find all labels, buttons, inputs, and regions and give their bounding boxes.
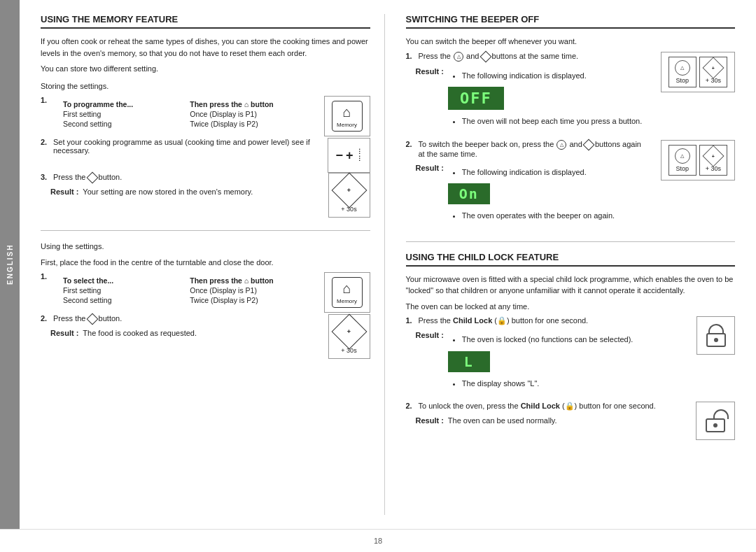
step1b-table: To select the... Then press the ⌂ button… xyxy=(63,276,310,304)
child-step1-row: 1. Press the Child Lock (🔒) button for o… xyxy=(406,316,736,396)
child-step2: 2. To unlock the oven, press the Child L… xyxy=(406,402,682,411)
step3: 3. Press the button. xyxy=(41,173,314,182)
stop-30s-box-1: △ Stop + + 30s xyxy=(661,52,735,92)
memory-btn-symbol-2: ⌂ xyxy=(342,281,351,297)
step2-content: Set your cooking programme as usual (coo… xyxy=(53,138,314,155)
step1-col1-header: To programme the... xyxy=(63,100,183,108)
diamond-btn-inner-2: + xyxy=(347,328,351,336)
lock-closed xyxy=(706,324,726,347)
beeper-bullet-3: The following indication is displayed. xyxy=(462,167,615,178)
child-bullet-2: The display shows "L". xyxy=(462,378,634,390)
child-lock-bold-2: Child Lock xyxy=(521,402,560,410)
plus30s-box-2: + + 30s xyxy=(328,314,370,359)
child-p2: The oven can be locked at any time. xyxy=(406,301,736,313)
stop-circle-symbol: △ xyxy=(680,65,684,71)
beeper-step2-row: 2. To switch the beeper back on, press t… xyxy=(406,140,736,229)
step1-row2-col2: Twice (Display is P2) xyxy=(190,120,309,128)
plus30s-btn-2: + + 30s xyxy=(337,319,362,354)
plus-minus-row: − + ⋮ ⋮ xyxy=(335,148,362,163)
divider-1 xyxy=(41,230,370,231)
stop-label-2: Stop xyxy=(676,165,689,172)
step1-row1-col1: First setting xyxy=(63,110,183,118)
child-bullet-list-2: The display shows "L". xyxy=(462,378,634,390)
step2-number: 2. xyxy=(41,138,50,146)
stop-circle-symbol-2: △ xyxy=(680,153,684,159)
child-result-label: Result : xyxy=(416,331,444,339)
memory-feature-title: USING THE MEMORY FEATURE xyxy=(41,14,370,29)
beeper-display-on: On xyxy=(448,183,490,204)
stop-button-1: △ Stop xyxy=(668,57,696,87)
step3-text: Press the button. xyxy=(53,173,122,181)
child-lock-bold-1: Child Lock xyxy=(453,316,492,325)
result-label-1: Result : xyxy=(50,187,78,196)
child-result2-label: Result : xyxy=(416,416,444,425)
using-label: Using the settings. xyxy=(41,241,370,253)
stop-btn-circle-2: △ xyxy=(675,148,690,164)
child-bullet-list-1: The oven is locked (no functions can be … xyxy=(462,334,634,346)
30s-icon-inline xyxy=(479,50,491,62)
step2-text: Set your cooking programme as usual (coo… xyxy=(53,138,310,155)
memory-btn-label-2: Memory xyxy=(337,298,357,304)
plus-minus-box: − + ⋮ ⋮ xyxy=(328,138,370,173)
beeper-result-row: Result : The following indication is dis… xyxy=(416,67,647,130)
step1: 1. To programme the... Then press the ⌂ … xyxy=(41,96,310,132)
result-label-2: Result : xyxy=(50,329,78,337)
stop-icon-inline-2: △ xyxy=(556,140,566,150)
child-result2-text: The oven can be used normally. xyxy=(448,416,557,425)
beeper-result2-row: Result : The following indication is dis… xyxy=(416,164,647,225)
step2b-result-row: Result : The food is cooked as requested… xyxy=(50,329,314,337)
page-number-text: 18 xyxy=(374,537,382,545)
lock-icon-box-2 xyxy=(696,402,735,440)
step2b-content: Press the button. xyxy=(53,314,314,323)
step1-content: To programme the... Then press the ⌂ but… xyxy=(53,96,310,132)
step1b: 1. To select the... Then press the ⌂ but… xyxy=(41,272,310,309)
step1-row1-col2: Once (Display is P1) xyxy=(190,110,309,118)
page-container: ENGLISH USING THE MEMORY FEATURE If you … xyxy=(0,0,756,552)
diamond-btn-1: + xyxy=(331,173,367,208)
stop-30s-pair-2: △ Stop + + 30s xyxy=(668,145,727,176)
divider-2 xyxy=(406,241,736,242)
plus30s-button-1: + + 30s xyxy=(699,57,727,87)
step3-number: 3. xyxy=(41,173,50,181)
child-lock-section: USING THE CHILD LOCK FEATURE Your microw… xyxy=(406,252,736,441)
child-p1: Your microwave oven is fitted with a spe… xyxy=(406,274,736,297)
step1-number: 1. xyxy=(41,96,50,104)
lock-body-2 xyxy=(706,418,725,432)
stop-30s-box-2: △ Stop + + 30s xyxy=(661,140,735,181)
memory-button-2: ⌂ Memory xyxy=(324,272,370,313)
step1-col2-header: Then press the ⌂ button xyxy=(190,100,309,108)
step1b-row1-col2: Once (Display is P1) xyxy=(190,286,309,295)
beeper-step1-row: 1. Press the △ and buttons at the same t… xyxy=(406,52,736,134)
step2: 2. Set your cooking programme as usual (… xyxy=(41,138,314,155)
child-result2-row: Result : The oven can be used normally. xyxy=(416,416,682,425)
memory-btn-label: Memory xyxy=(337,122,357,128)
memory-button-1: ⌂ Memory xyxy=(324,96,370,136)
beeper-bullet-list-3: The following indication is displayed. xyxy=(462,167,615,178)
child-step2-text: To unlock the oven, press the Child Lock… xyxy=(419,402,656,410)
lock-icon-box-1 xyxy=(696,316,735,355)
diamond-btn-2: + xyxy=(331,314,367,350)
step3-result-text: Your setting are now stored in the oven'… xyxy=(83,187,253,196)
stop-label-1: Stop xyxy=(676,77,689,84)
child-step2-content: To unlock the oven, press the Child Lock… xyxy=(419,402,682,411)
step1-row: 1. To programme the... Then press the ⌂ … xyxy=(41,96,370,138)
beeper-bullet-list-1: The following indication is displayed. xyxy=(462,70,642,82)
beeper-bullet-list-4: The oven operates with the beeper on aga… xyxy=(462,210,615,222)
plus-sign: + xyxy=(346,148,354,163)
memory-intro-p2: You can store two different setting. xyxy=(41,63,370,75)
page-number: 18 xyxy=(0,529,756,552)
memory-intro-p1: If you often cook or reheat the same typ… xyxy=(41,36,370,59)
main-content: USING THE MEMORY FEATURE If you often co… xyxy=(20,0,756,529)
step3-row: 3. Press the button. Result : Your setti… xyxy=(41,173,370,218)
beeper-bullet-4: The oven operates with the beeper on aga… xyxy=(462,210,615,222)
stop-icon-inline: △ xyxy=(454,52,463,62)
step2b-number: 2. xyxy=(41,314,50,323)
beeper-step1-number: 1. xyxy=(406,52,416,60)
beeper-bullet-2: The oven will not beep each time you pre… xyxy=(462,115,642,127)
plus30s-btn-1: + + 30s xyxy=(337,178,362,213)
step1b-content: To select the... Then press the ⌂ button… xyxy=(53,272,310,309)
beeper-step2: 2. To switch the beeper back on, press t… xyxy=(406,140,647,158)
memory-btn-icon-1: ⌂ Memory xyxy=(332,101,363,132)
step1-table: To programme the... Then press the ⌂ but… xyxy=(63,100,310,128)
child-step1-text: Press the Child Lock (🔒) button for one … xyxy=(419,316,589,325)
